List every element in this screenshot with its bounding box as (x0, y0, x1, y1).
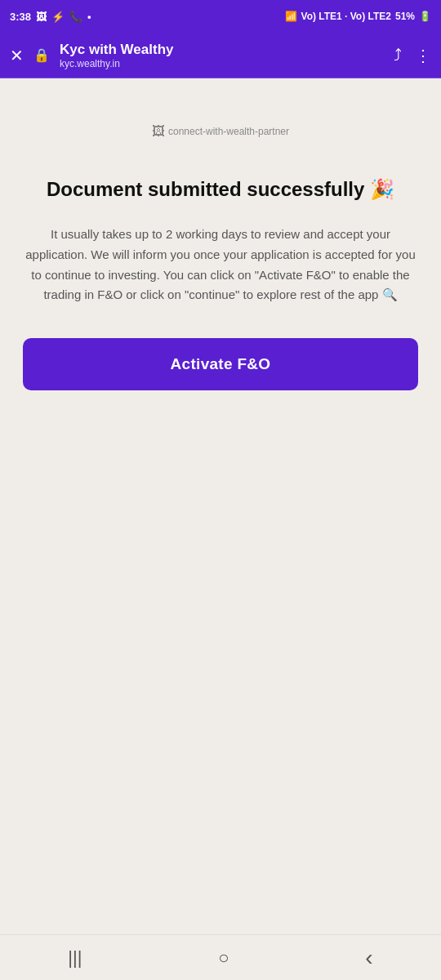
success-title: Document submitted successfully 🎉 (47, 176, 394, 202)
bottom-nav: ||| ○ ‹ (0, 934, 441, 980)
back-icon[interactable]: ‹ (365, 945, 372, 971)
wifi-icon: 📶 (285, 11, 297, 22)
browser-bar: ✕ 🔒 Kyc with Wealthy kyc.wealthy.in ⤴ ⋮ (0, 33, 441, 78)
share-icon[interactable]: ⤴ (394, 46, 402, 65)
close-icon[interactable]: ✕ (10, 46, 24, 65)
browser-title-area: Kyc with Wealthy kyc.wealthy.in (60, 42, 384, 69)
description-text: It usually takes up to 2 working days to… (23, 225, 418, 305)
gallery-icon: 🖼 (36, 11, 47, 23)
recent-apps-icon[interactable]: ||| (68, 947, 82, 969)
hero-image: connect-with-wealth-partner (147, 111, 294, 152)
phone-icon: 📞 (69, 11, 82, 23)
status-time: 3:38 (10, 11, 31, 23)
battery-icon: 🔋 (419, 11, 431, 22)
signal-text: Vo) LTE1 · Vo) LTE2 (301, 11, 391, 22)
status-right: 📶 Vo) LTE1 · Vo) LTE2 51% 🔋 (285, 11, 431, 22)
browser-url: kyc.wealthy.in (60, 58, 384, 69)
flash-icon: ⚡ (51, 11, 65, 23)
status-left: 3:38 🖼 ⚡ 📞 • (10, 11, 91, 23)
main-content: connect-with-wealth-partner Document sub… (0, 78, 441, 934)
lock-icon: 🔒 (33, 47, 50, 63)
browser-title: Kyc with Wealthy (60, 42, 384, 58)
activate-fno-button[interactable]: Activate F&O (23, 338, 418, 390)
more-options-icon[interactable]: ⋮ (415, 46, 431, 65)
status-bar: 3:38 🖼 ⚡ 📞 • 📶 Vo) LTE1 · Vo) LTE2 51% 🔋 (0, 0, 441, 33)
browser-actions: ⤴ ⋮ (394, 46, 431, 65)
connect-wealth-partner-image: connect-with-wealth-partner (152, 124, 289, 139)
battery-text: 51% (395, 11, 415, 22)
home-icon[interactable]: ○ (218, 947, 229, 969)
dot-icon: • (87, 11, 91, 23)
